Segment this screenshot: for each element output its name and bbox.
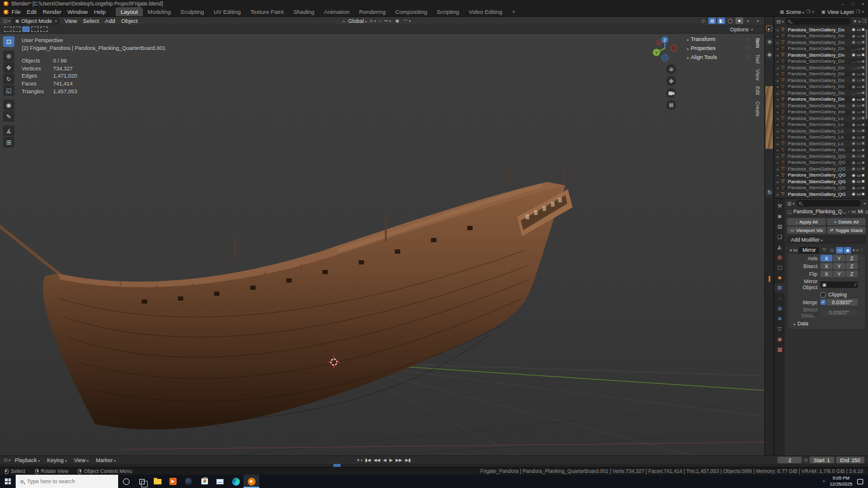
render-disable-icon[interactable]: ◙ [862, 128, 864, 133]
viewport-disable-icon[interactable]: ▭ [857, 103, 861, 108]
hide-eye-icon[interactable]: ◉ [852, 34, 855, 39]
remove-view-layer-icon[interactable]: × [862, 9, 864, 14]
strip-select-tool-icon[interactable]: ▸ [766, 25, 772, 31]
edge-button[interactable] [228, 475, 244, 488]
image-editor-strip[interactable]: ▸ ⊕ ✥ ↻ [764, 17, 774, 455]
viewport-disable-icon[interactable]: ▭ [857, 52, 861, 57]
hide-eye-icon[interactable]: ◉ [852, 148, 855, 152]
workspace-tab[interactable]: Scripting [432, 7, 464, 16]
properties-tab[interactable]: ▽ [775, 324, 785, 334]
outliner-row[interactable]: ▸ ▽ Pandora_SternGallery_Dn ◡ ▭ ◙ [775, 46, 866, 52]
render-disable-icon[interactable]: ◙ [862, 186, 864, 190]
pivot-point-icon[interactable]: ⊙ [370, 18, 376, 23]
drag-grip-icon[interactable]: ∷ [861, 248, 863, 252]
render-disable-icon[interactable]: ◙ [862, 78, 864, 83]
workspace-tab[interactable]: Video Editing [464, 7, 507, 16]
viewport-disable-icon[interactable]: ▭ [857, 110, 861, 114]
properties-tab[interactable]: ∴ [775, 293, 785, 303]
window-control-button[interactable]: – [841, 1, 844, 7]
task-view-button[interactable] [134, 475, 149, 488]
options-button[interactable]: Options [730, 27, 753, 33]
npanel-tab[interactable]: Create [753, 98, 762, 120]
outliner-row[interactable]: ▸ ▽ Pandora_SternGallery_Dn ◉ ▭ ◙ [775, 33, 866, 40]
render-disable-icon[interactable]: ◙ [862, 90, 864, 95]
outliner-row[interactable]: ▸ ▽ Pandora_SternGallery_QG ◉ ▭ ◙ [775, 191, 866, 198]
transport-button[interactable]: ▮◀ [365, 458, 371, 463]
npanel-section[interactable]: Transform∷ [684, 35, 752, 43]
viewport-menu[interactable]: View [61, 17, 80, 24]
disclosure-icon[interactable]: ▸ [776, 122, 780, 127]
navigation-gizmo[interactable]: Z Y [652, 35, 678, 61]
viewport-tool-button[interactable]: ↻ [3, 74, 14, 84]
transport-button[interactable]: ▶▮ [405, 458, 410, 463]
disclosure-icon[interactable]: ▸ [776, 91, 780, 95]
properties-search[interactable] [796, 200, 861, 207]
disclosure-icon[interactable]: ▸ [776, 116, 780, 120]
record-button[interactable]: ● [357, 457, 363, 463]
editor-type-icon[interactable]: ◳ [3, 18, 10, 23]
workspace-tab[interactable]: Animation [319, 7, 354, 16]
viewport-tool-button[interactable]: ◱ [3, 85, 14, 96]
disclosure-icon[interactable]: ▸ [776, 142, 780, 146]
disclosure-icon[interactable]: ▸ [776, 78, 780, 83]
hide-eye-icon[interactable]: ◉ [852, 160, 855, 165]
hide-eye-icon[interactable]: ◉ [852, 97, 855, 102]
disclosure-icon[interactable]: ▸ [776, 110, 780, 114]
zoom-icon[interactable]: ⊕ [666, 64, 676, 74]
new-collection-icon[interactable]: ❐ [862, 19, 866, 24]
hide-eye-icon[interactable]: ◉ [852, 27, 855, 32]
collapse-icon[interactable]: ▾ [790, 248, 792, 253]
clipping-checkbox[interactable] [820, 292, 826, 298]
outliner-row[interactable]: ▸ ▽ Pandora_SternGallery_Inn ◉ ▭ ◙ [775, 109, 866, 116]
modifier-display-toggle[interactable]: ▭ [836, 247, 843, 254]
outliner-row[interactable]: ▸ ▽ Pandora_SternGallery_Lo ◉ ▭ ◙ [775, 122, 866, 128]
disclosure-icon[interactable]: ▸ [776, 173, 780, 177]
viewport-header-icon[interactable]: ◐ [744, 17, 752, 24]
outliner-row[interactable]: ▸ ▽ Pandora_SternGallery_Dn ◉ ▭ ◙ [775, 52, 866, 58]
bisect-y-button[interactable]: Y [833, 263, 845, 269]
strip-pan-icon[interactable]: ✥ [766, 52, 773, 58]
perspective-toggle-icon[interactable] [666, 100, 676, 110]
modifier-action-button[interactable]: ↓Apply All [787, 218, 826, 225]
hide-eye-icon[interactable]: ◉ [852, 84, 855, 89]
render-disable-icon[interactable]: ◙ [862, 141, 864, 146]
outliner-row[interactable]: ▸ ▽ Pandora_SternGallery_Lo ◉ ▭ ◙ [775, 140, 866, 147]
viewport-disable-icon[interactable]: ▭ [857, 192, 861, 196]
hide-eye-icon[interactable]: ◉ [852, 166, 855, 171]
npanel-tab[interactable]: Tool [753, 51, 762, 67]
viewport-3d[interactable]: User Perspective (2) Frigate_Pandora | P… [0, 34, 764, 455]
axis-x-button[interactable]: X [820, 255, 832, 261]
bisect-distance-field[interactable]: 0.03937" [820, 310, 858, 316]
viewport-disable-icon[interactable]: ▭ [857, 154, 861, 158]
hide-eye-icon[interactable]: ◡ [852, 65, 855, 70]
transport-button[interactable]: ◀ [383, 458, 386, 463]
topbar-menu[interactable]: File [8, 8, 24, 15]
start-frame-field[interactable]: Start1 [810, 457, 834, 463]
outliner-row[interactable]: ▸ ▽ Pandora_SternGallery_QG ◉ ▭ ◙ [775, 178, 866, 185]
workspace-tab[interactable]: UV Editing [209, 7, 245, 16]
outliner-row[interactable]: ▸ ▽ Pandora_SternGallery_Do ◉ ▭ ◙ [775, 27, 866, 33]
game-app-button[interactable] [181, 475, 197, 488]
render-disable-icon[interactable]: ◙ [862, 116, 864, 120]
workspace-tab[interactable]: + [507, 7, 520, 16]
properties-tab[interactable]: ▢ [775, 263, 785, 272]
npanel-section[interactable]: Properties∷ [684, 44, 752, 52]
hide-eye-icon[interactable]: ◉ [852, 78, 855, 83]
npanel-tab[interactable]: Edit [753, 83, 762, 98]
current-frame-field[interactable]: 2 [778, 457, 802, 463]
disclosure-icon[interactable]: ▸ [776, 53, 780, 57]
render-disable-icon[interactable]: ◙ [862, 166, 864, 171]
workspace-tab[interactable]: Texture Paint [245, 7, 288, 16]
viewport-disable-icon[interactable]: ▭ [857, 141, 861, 146]
axis-y-button[interactable]: Y [833, 255, 845, 261]
viewport-menu[interactable]: Add [102, 17, 118, 24]
falloff-icon[interactable]: ◠ [404, 18, 411, 23]
auto-key-icon[interactable]: ◷ [804, 457, 808, 463]
disclosure-icon[interactable]: ▸ [776, 59, 780, 63]
select-mode-button[interactable] [13, 27, 20, 32]
viewport-disable-icon[interactable]: ▭ [857, 122, 861, 127]
disclosure-icon[interactable]: ▸ [776, 167, 780, 171]
store-button[interactable] [197, 475, 212, 488]
hide-eye-icon[interactable]: ◉ [852, 135, 855, 140]
media-app-button[interactable]: ▶ [165, 475, 181, 488]
